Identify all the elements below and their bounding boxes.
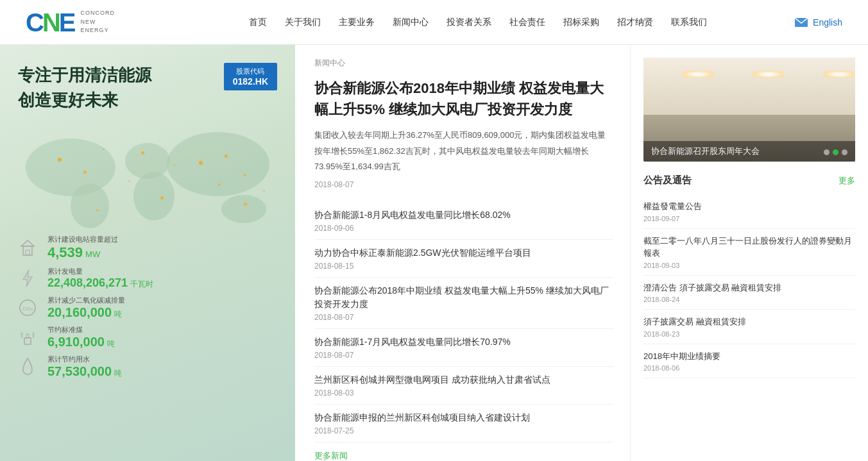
news-item-title[interactable]: 协合新能源公布2018年中期业绩 权益发电量大幅上升55% 继续加大风电厂投资开… [314,284,614,311]
nav-contact[interactable]: 联系我们 [671,17,707,28]
svg-rect-13 [24,338,31,344]
header: CNE CONCORD NEW ENERGY 首页 关于我们 主要业务 新闻中心… [0,0,868,45]
banner-dots[interactable] [824,149,847,155]
nav-business[interactable]: 主要业务 [339,17,375,28]
news-item-title[interactable]: 协合新能源1-7月风电权益发电量同比增长70.97% [314,335,614,349]
announcement-item-2: 澄清公告 須子披露交易 融資租賃安排 2018-08-24 [643,276,855,310]
svg-marker-8 [21,240,34,246]
email-icon [795,18,808,27]
announcement-title[interactable]: 2018年中期业绩摘要 [643,350,855,363]
nav-news[interactable]: 新闻中心 [393,17,429,28]
svg-text:CO₂: CO₂ [23,306,33,312]
news-item-0: 协合新能源1-8月风电权益发电量同比增长68.02% 2018-09-06 [314,202,614,240]
stock-badge: 股票代码 0182.HK [224,63,277,90]
factory-icon [15,325,40,349]
stat-value-coal: 6,910,000吨 [47,335,115,349]
logo-text: CONCORD NEW ENERGY [80,9,115,35]
stat-info-co2: 累计减少二氧化碳减排量 20,160,000吨 [47,296,125,320]
stat-item-water: 累计节约用水 57,530,000吨 [15,355,280,379]
language-button[interactable]: English [813,17,842,28]
main-nav: 首页 关于我们 主要业务 新闻中心 投资者关系 社会责任 招标采购 招才纳贤 联… [160,17,795,28]
svg-rect-7 [23,246,32,255]
nav-procurement[interactable]: 招标采购 [563,17,599,28]
stat-info-coal: 节约标准煤 6,910,000吨 [47,325,115,349]
nav-investor[interactable]: 投资者关系 [447,17,491,28]
main-container: 专注于用清洁能源 创造更好未来 股票代码 0182.HK [0,45,868,461]
more-news-button[interactable]: 更多新闻 [314,450,614,461]
announcements-section: 公告及通告 更多 權益發電量公告 2018-09-07 截至二零一八年八月三十一… [643,174,855,378]
banner-container: 协合新能源召开股东周年大会 [643,58,855,162]
svg-rect-9 [26,250,30,255]
news-item-title[interactable]: 协合新能源1-8月风电权益发电量同比增长68.02% [314,208,614,222]
building-icon [15,236,40,260]
stat-item-co2: CO₂ 累计减少二氧化碳减排量 20,160,000吨 [15,296,280,320]
water-icon [15,355,40,379]
announcement-date: 2018-08-23 [643,330,855,338]
stock-code: 0182.HK [233,76,268,87]
nav-talent[interactable]: 招才纳贤 [617,17,653,28]
news-item-title[interactable]: 动力协合中标正泰新能源2.5GW光伏智能运维平台项目 [314,246,614,260]
map-dots [0,119,295,231]
announcements-header: 公告及通告 更多 [643,174,855,187]
nav-home[interactable]: 首页 [249,17,267,28]
left-panel: 专注于用清洁能源 创造更好未来 股票代码 0182.HK [0,45,295,461]
stat-value-water: 57,530,000吨 [47,364,122,379]
news-item-title[interactable]: 兰州新区科创城并网型微电网项目 成功获批纳入甘肃省试点 [314,373,614,387]
svg-marker-10 [23,270,32,287]
announcements-more[interactable]: 更多 [838,175,855,187]
nav-about[interactable]: 关于我们 [285,17,321,28]
stat-label-co2: 累计减少二氧化碳减排量 [47,296,125,305]
announcement-date: 2018-08-06 [643,364,855,372]
banner-dot-2[interactable] [833,149,838,155]
stat-item-capacity: 累计建设电站容量超过 4,539MW [15,235,280,261]
news-item-date: 2018-07-25 [314,426,614,435]
main-article-date: 2018-08-07 [314,180,614,189]
stats-container: 累计建设电站容量超过 4,539MW 累计发电量 22,408,206,271千 [0,231,295,389]
news-item-title[interactable]: 协合新能源申报的兰州新区科创城项目纳入省建设计划 [314,411,614,424]
news-item-1: 动力协合中标正泰新能源2.5GW光伏智能运维平台项目 2018-08-15 [314,240,614,278]
news-item-date: 2018-08-15 [314,262,614,271]
stat-info-generation: 累计发电量 22,408,206,271千瓦时 [47,267,153,290]
stat-value-generation: 22,408,206,271千瓦时 [47,276,153,290]
news-list: 协合新能源1-8月风电权益发电量同比增长68.02% 2018-09-06 动力… [314,202,614,442]
announcement-title[interactable]: 權益發電量公告 [643,200,855,213]
stat-label-generation: 累计发电量 [47,267,153,276]
announcement-title[interactable]: 澄清公告 須子披露交易 融資租賃安排 [643,281,855,294]
announcement-date: 2018-09-07 [643,215,855,222]
main-article-desc: 集团收入较去年同期上升36.27%至人民币809,609,000元，期内集团权益… [314,128,614,175]
world-map [0,119,295,231]
main-article: 协合新能源公布2018年中期业绩 权益发电量大幅上升55% 继续加大风电厂投资开… [314,78,614,189]
lightning-icon [15,266,40,290]
announcement-date: 2018-08-24 [643,296,855,303]
announcements-title: 公告及通告 [643,174,692,187]
stock-label: 股票代码 [233,67,268,76]
news-item-3: 协合新能源1-7月风电权益发电量同比增长70.97% 2018-08-07 [314,329,614,367]
hero-text: 专注于用清洁能源 创造更好未来 [18,63,159,113]
stat-label-coal: 节约标准煤 [47,325,115,335]
announcement-item-1: 截至二零一八年八月三十一日止股份发行人的證券變動月報表 2018-09-03 [643,229,855,276]
stat-label-capacity: 累计建设电站容量超过 [47,235,118,244]
news-content: 新闻中心 协合新能源公布2018年中期业绩 权益发电量大幅上升55% 继续加大风… [295,45,631,461]
main-article-title[interactable]: 协合新能源公布2018年中期业绩 权益发电量大幅上升55% 继续加大风电厂投资开… [314,78,614,120]
stat-label-water: 累计节约用水 [47,355,122,364]
news-item-date: 2018-08-07 [314,313,614,322]
stat-info-water: 累计节约用水 57,530,000吨 [47,355,122,379]
stat-info-capacity: 累计建设电站容量超过 4,539MW [47,235,118,261]
header-right: English [795,17,842,28]
nav-csr[interactable]: 社会责任 [509,17,545,28]
stat-value-co2: 20,160,000吨 [47,305,125,320]
news-item-5: 协合新能源申报的兰州新区科创城项目纳入省建设计划 2018-07-25 [314,405,614,442]
announcement-title[interactable]: 截至二零一八年八月三十一日止股份发行人的證券變動月報表 [643,235,855,260]
news-item-date: 2018-08-03 [314,389,614,398]
announcement-date: 2018-09-03 [643,262,855,269]
logo-area[interactable]: CNE CONCORD NEW ENERGY [26,9,160,35]
news-item-date: 2018-09-06 [314,224,614,233]
announcement-item-3: 須子披露交易 融資租賃安排 2018-08-23 [643,310,855,344]
banner-dot-3[interactable] [842,149,847,155]
news-item-date: 2018-08-07 [314,351,614,360]
announcement-title[interactable]: 須子披露交易 融資租賃安排 [643,315,855,328]
banner-dot-1[interactable] [824,149,830,155]
breadcrumb: 新闻中心 [314,58,614,69]
logo-cne: CNE [26,10,74,35]
announcement-item-0: 權益發電量公告 2018-09-07 [643,194,855,229]
